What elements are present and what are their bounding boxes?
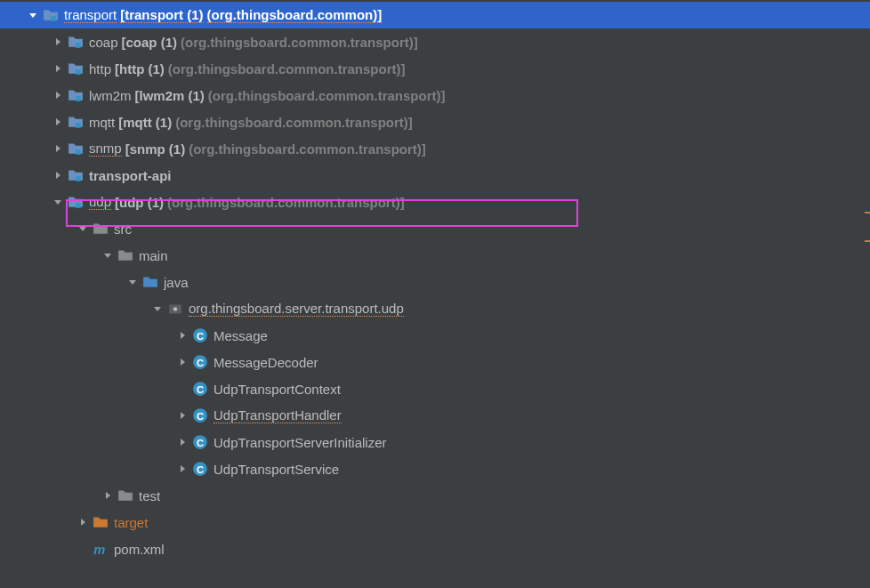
module-label: [lwm2m (1): [135, 88, 205, 103]
blank-arrow: [174, 381, 190, 397]
module-label: [transport (1): [120, 7, 203, 23]
tree-label: MessageDecoder: [213, 355, 318, 370]
tree-item-class-udphandler[interactable]: C UdpTransportHandler: [0, 402, 870, 429]
svg-rect-7: [76, 203, 81, 208]
svg-text:C: C: [197, 411, 204, 422]
module-label: [coap (1): [122, 35, 178, 50]
tree-item-class-udpservice[interactable]: C UdpTransportService: [0, 455, 870, 482]
package-icon: [167, 301, 183, 317]
collapse-icon[interactable]: [50, 60, 66, 77]
tree-item-class-udpinit[interactable]: C UdpTransportServerInitializer: [0, 429, 870, 455]
tree-label: udp: [89, 194, 111, 210]
collapse-icon[interactable]: [50, 141, 66, 157]
svg-rect-6: [76, 176, 81, 181]
collapse-icon[interactable]: [50, 114, 66, 130]
collapse-icon[interactable]: [50, 87, 66, 103]
expand-icon[interactable]: [75, 221, 91, 237]
module-folder-icon: [68, 87, 84, 103]
module-label: [http (1): [115, 61, 165, 77]
class-icon: C: [192, 381, 208, 397]
collapse-icon[interactable]: [174, 461, 190, 477]
tree-label: java: [164, 275, 189, 290]
tree-label: UdpTransportServerInitializer: [213, 435, 387, 450]
class-icon: C: [192, 461, 208, 477]
class-icon: C: [192, 407, 208, 423]
module-folder-icon: [68, 141, 84, 157]
context-label: (org.thingsboard.common.transport)]: [181, 35, 418, 50]
tree-item-java[interactable]: java: [0, 269, 870, 295]
tree-label: UdpTransportService: [213, 462, 339, 477]
tree-label: main: [139, 248, 168, 263]
tree-label: mqtt: [89, 115, 115, 130]
tree-label: http: [89, 61, 111, 77]
collapse-icon[interactable]: [174, 434, 190, 450]
tree-item-mqtt[interactable]: mqtt [mqtt (1) (org.thingsboard.common.t…: [0, 109, 870, 135]
tree-item-lwm2m[interactable]: lwm2m [lwm2m (1) (org.thingsboard.common…: [0, 82, 870, 109]
folder-icon: [93, 221, 109, 237]
blank-arrow: [75, 541, 91, 557]
tree-item-udp[interactable]: udp [udp (1) (org.thingsboard.common.tra…: [0, 189, 870, 215]
expand-icon[interactable]: [50, 194, 66, 210]
tree-item-class-message[interactable]: C Message: [0, 322, 870, 349]
tree-item-test[interactable]: test: [0, 482, 870, 509]
tree-label: pom.xml: [114, 542, 165, 557]
tree-item-class-messagedecoder[interactable]: C MessageDecoder: [0, 349, 870, 375]
expand-icon[interactable]: [149, 301, 165, 317]
svg-rect-4: [76, 123, 81, 128]
svg-rect-5: [76, 149, 81, 155]
module-folder-icon: [68, 167, 84, 183]
collapse-icon[interactable]: [100, 487, 116, 503]
collapse-icon[interactable]: [174, 327, 190, 343]
tree-label: test: [139, 488, 160, 503]
tree-item-transport-api[interactable]: transport-api: [0, 162, 870, 189]
tree-item-snmp[interactable]: snmp [snmp (1) (org.thingsboard.common.t…: [0, 135, 870, 162]
tree-label: target: [114, 515, 148, 530]
tree-item-src[interactable]: src: [0, 215, 870, 242]
gutter-mark: [865, 212, 870, 213]
svg-text:C: C: [197, 438, 204, 448]
tree-label: transport-api: [89, 168, 172, 183]
context-label: (org.thingsboard.common.transport)]: [175, 115, 413, 130]
tree-label: Message: [213, 328, 268, 343]
module-label: [snmp (1): [125, 141, 186, 157]
tree-label: UdpTransportHandler: [213, 407, 342, 423]
expand-icon[interactable]: [125, 274, 141, 290]
class-icon: C: [192, 327, 208, 343]
context-label: (org.thingsboard.common)]: [207, 7, 383, 23]
expand-icon[interactable]: [25, 7, 41, 23]
tree-item-pom[interactable]: m pom.xml: [0, 536, 870, 562]
project-tree: transport [transport (1) (org.thingsboar…: [0, 0, 870, 562]
collapse-icon[interactable]: [75, 514, 91, 530]
module-folder-icon: [68, 114, 84, 130]
folder-icon: [117, 487, 133, 503]
collapse-icon[interactable]: [174, 354, 190, 370]
tree-label: UdpTransportContext: [213, 382, 341, 397]
context-label: (org.thingsboard.common.transport)]: [167, 195, 405, 210]
tree-item-target[interactable]: target: [0, 509, 870, 536]
collapse-icon[interactable]: [50, 34, 66, 50]
folder-icon: [117, 247, 133, 263]
tree-item-package[interactable]: org.thingsboard.server.transport.udp: [0, 295, 870, 322]
module-folder-icon: [68, 34, 84, 50]
tree-item-transport[interactable]: transport [transport (1) (org.thingsboar…: [0, 2, 870, 28]
expand-icon[interactable]: [100, 247, 116, 263]
tree-label: lwm2m: [89, 88, 132, 103]
svg-text:C: C: [197, 358, 204, 368]
tree-label: org.thingsboard.server.transport.udp: [189, 301, 404, 317]
tree-item-class-udpcontext[interactable]: C UdpTransportContext: [0, 375, 870, 402]
svg-rect-3: [76, 96, 81, 101]
context-label: (org.thingsboard.common.transport)]: [168, 61, 406, 77]
collapse-icon[interactable]: [174, 407, 190, 423]
module-label: [mqtt (1): [118, 115, 172, 130]
context-label: (org.thingsboard.common.transport)]: [208, 88, 446, 103]
maven-file-icon: m: [93, 541, 109, 557]
tree-item-main[interactable]: main: [0, 242, 870, 269]
tree-label: transport: [64, 7, 117, 23]
svg-point-9: [173, 307, 178, 311]
tree-label: src: [114, 222, 132, 237]
tree-item-coap[interactable]: coap [coap (1) (org.thingsboard.common.t…: [0, 28, 870, 55]
class-icon: C: [192, 354, 208, 370]
collapse-icon[interactable]: [50, 167, 66, 183]
class-icon: C: [192, 434, 208, 450]
tree-item-http[interactable]: http [http (1) (org.thingsboard.common.t…: [0, 55, 870, 82]
